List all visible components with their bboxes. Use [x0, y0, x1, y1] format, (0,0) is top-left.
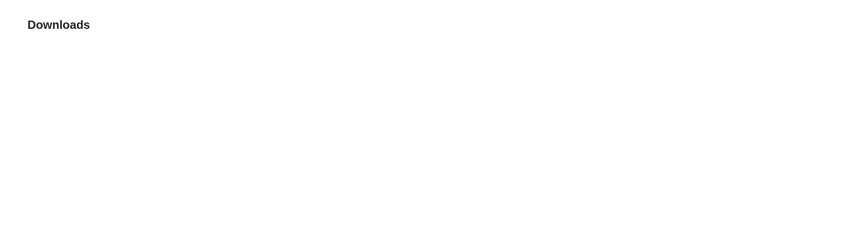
page-title: Downloads [27, 18, 841, 32]
